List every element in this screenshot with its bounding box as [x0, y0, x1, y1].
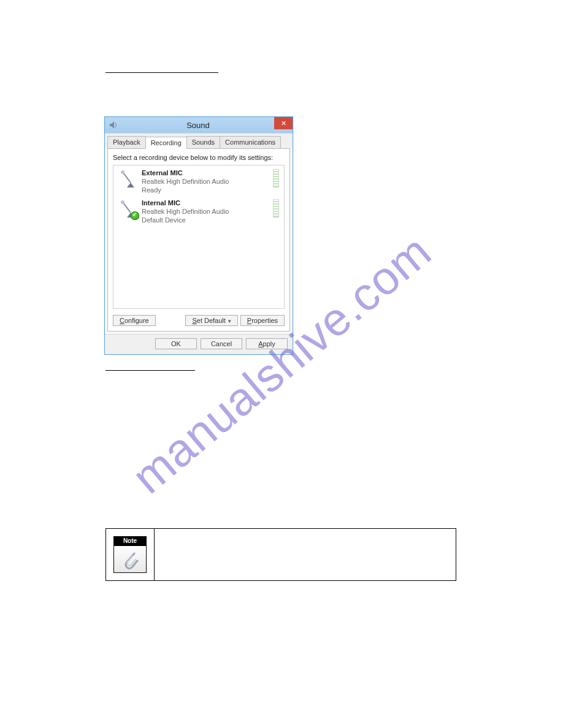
microphone-icon [118, 169, 138, 189]
apply-button[interactable]: Apply [246, 338, 288, 349]
rule-mid [105, 370, 195, 371]
device-status: Ready [142, 186, 273, 195]
properties-button[interactable]: Properties [240, 315, 285, 326]
tab-communications[interactable]: Communications [220, 136, 281, 148]
tabstrip: Playback Recording Sounds Communications [105, 134, 293, 148]
rule-top [105, 72, 218, 73]
chevron-down-icon: ▾ [228, 318, 231, 324]
note-head: Note [113, 536, 147, 546]
note-box: Note [105, 528, 456, 581]
device-row[interactable]: External MIC Realtek High Definition Aud… [115, 168, 283, 198]
ok-button[interactable]: OK [155, 338, 197, 349]
level-meter [273, 169, 279, 188]
panel-caption: Select a recording device below to modif… [113, 154, 285, 161]
dialog-title: Sound [122, 121, 293, 130]
svg-line-1 [123, 173, 131, 183]
close-button[interactable]: ✕ [274, 117, 293, 129]
device-name: External MIC [142, 169, 273, 178]
device-name: Internal MIC [142, 199, 273, 208]
microphone-icon [118, 199, 138, 219]
recording-panel: Select a recording device below to modif… [107, 148, 290, 332]
device-status: Default Device [142, 216, 273, 225]
speaker-icon [109, 120, 118, 130]
configure-button[interactable]: Configure [113, 315, 156, 326]
cancel-button[interactable]: Cancel [201, 338, 242, 349]
svg-marker-3 [127, 183, 134, 188]
device-row[interactable]: Internal MIC Realtek High Definition Aud… [115, 198, 283, 228]
dialog-body: Playback Recording Sounds Communications… [105, 133, 293, 354]
device-list: External MIC Realtek High Definition Aud… [113, 165, 285, 309]
device-driver: Realtek High Definition Audio [142, 178, 273, 186]
svg-point-5 [121, 200, 124, 204]
close-icon: ✕ [281, 120, 286, 127]
svg-marker-0 [110, 121, 114, 129]
note-icon-cell: Note [106, 529, 155, 580]
titlebar: Sound ✕ [105, 117, 293, 133]
svg-line-4 [123, 203, 131, 213]
sound-dialog: Sound ✕ Playback Recording Sounds Commun… [104, 116, 293, 355]
paperclip-icon [113, 546, 147, 573]
dialog-buttons: OK Cancel Apply [105, 334, 293, 354]
set-default-button[interactable]: Set Default▾ [185, 315, 237, 326]
tab-recording[interactable]: Recording [145, 137, 187, 149]
svg-point-2 [121, 170, 124, 174]
note-text-cell [155, 529, 456, 580]
tab-sounds[interactable]: Sounds [186, 136, 220, 148]
level-meter [273, 199, 279, 218]
tab-playback[interactable]: Playback [107, 136, 146, 148]
device-driver: Realtek High Definition Audio [142, 208, 273, 216]
